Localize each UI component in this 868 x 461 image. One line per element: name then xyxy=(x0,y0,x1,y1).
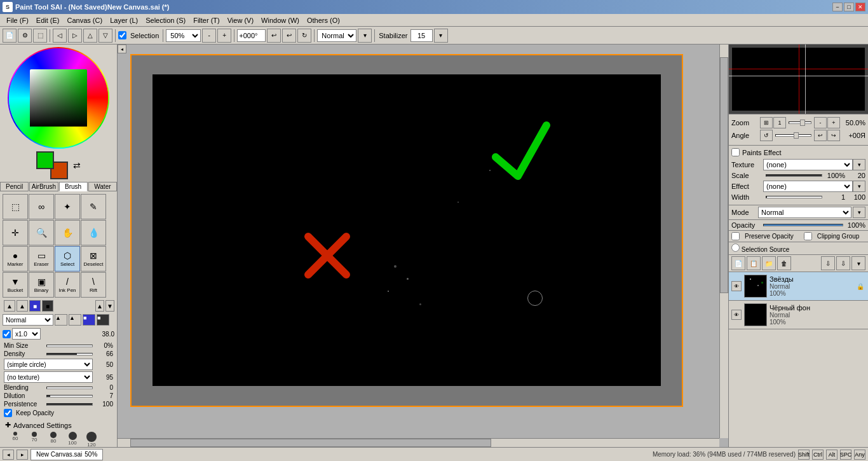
extra-tool-1[interactable]: ▲ xyxy=(4,300,15,312)
zoom-slider[interactable] xyxy=(789,121,811,124)
angle-reset-btn[interactable]: ↺ xyxy=(760,130,773,141)
toolbar-nav-2[interactable]: ▷ xyxy=(68,29,82,43)
tool-move[interactable]: ✛ xyxy=(3,220,28,245)
stabilizer-input[interactable] xyxy=(410,29,433,42)
layer-eye-zvezdy[interactable]: 👁 xyxy=(731,281,742,291)
toolbar-btn-2[interactable]: ⚙ xyxy=(18,29,32,43)
tab-airbrush[interactable]: AirBrush xyxy=(29,182,58,191)
close-button[interactable]: ✕ xyxy=(855,3,865,11)
zoom-fit-btn[interactable]: ⊞ xyxy=(760,117,773,128)
layer-folder-btn[interactable]: 📁 xyxy=(762,256,776,270)
tool-marquee[interactable]: ⬚ xyxy=(3,194,28,219)
mode-arrow[interactable]: ▾ xyxy=(358,29,372,43)
circle-select[interactable]: (simple circle) xyxy=(4,359,93,370)
tab-pencil[interactable]: Pencil xyxy=(0,182,29,191)
mode-select[interactable]: Normal xyxy=(317,29,356,42)
selection-source-radio[interactable] xyxy=(731,244,740,252)
layer-eye-black-bg[interactable]: 👁 xyxy=(731,310,742,320)
menu-selection[interactable]: Selection (S) xyxy=(142,15,189,25)
color-wheel-container[interactable] xyxy=(8,47,109,149)
layer-copy-btn[interactable]: 📋 xyxy=(747,256,761,270)
rot-btn-2[interactable]: ↩ xyxy=(282,29,296,43)
extra-scroll-up[interactable]: ▲ xyxy=(95,300,104,312)
canvas-inner[interactable] xyxy=(153,74,661,386)
tool-eyedropper[interactable]: 💧 xyxy=(81,220,106,245)
zoom-minus-btn[interactable]: - xyxy=(814,117,827,128)
preserve-opacity-checkbox[interactable] xyxy=(731,232,740,240)
tab-brush[interactable]: Brush xyxy=(59,182,88,191)
angle-ccw-btn[interactable]: ↩ xyxy=(814,130,827,141)
size-multiplier[interactable]: x1.0 xyxy=(12,328,41,340)
pe-texture-dropdown[interactable]: ▾ xyxy=(853,159,865,170)
toolbar-btn-1[interactable]: 📄 xyxy=(3,29,17,43)
layer-item-zvezdy[interactable]: 👁 Звёзды Normal 100% 🔒 xyxy=(729,272,868,301)
extra-scroll-dn[interactable]: ▼ xyxy=(105,300,114,312)
tool-lasso[interactable]: ∞ xyxy=(29,194,54,219)
zoom-plus-btn[interactable]: + xyxy=(827,117,840,128)
zoom-plus[interactable]: + xyxy=(217,29,231,43)
angle-slider[interactable] xyxy=(775,134,811,137)
tool-eraser[interactable]: ▭ Eraser xyxy=(29,246,54,272)
blending-slider[interactable] xyxy=(46,387,93,389)
shape-btn-triangle[interactable]: ▲ xyxy=(69,314,81,326)
tool-marker[interactable]: ● Marker xyxy=(3,246,28,272)
tool-bucket[interactable]: ▼ Bucket xyxy=(3,272,28,298)
brush-mode-select[interactable]: Normal xyxy=(3,314,53,326)
size-checkbox[interactable] xyxy=(3,330,11,338)
canvas-frame[interactable] xyxy=(130,54,683,407)
rotation-input[interactable] xyxy=(237,29,266,42)
keep-opacity-checkbox[interactable] xyxy=(4,409,12,417)
status-btn-left[interactable]: ◂ xyxy=(3,450,14,460)
circle-120[interactable]: 120 xyxy=(83,432,100,447)
pe-width-slider[interactable] xyxy=(766,196,822,198)
layer-delete-btn[interactable]: 🗑 xyxy=(777,256,791,270)
tool-deselect[interactable]: ⊠ Deselect xyxy=(81,246,106,272)
menu-others[interactable]: Others (O) xyxy=(303,15,344,25)
rot-btn-3[interactable]: ↻ xyxy=(297,29,311,43)
menu-view[interactable]: View (V) xyxy=(224,15,257,25)
canvas-tab-1[interactable]: New Canvas.sai 50% xyxy=(31,449,103,460)
opacity-slider[interactable] xyxy=(763,224,843,226)
pe-effect-select[interactable]: (none) xyxy=(763,181,853,192)
circle-100[interactable]: 100 xyxy=(64,432,81,447)
color-square[interactable] xyxy=(30,69,87,127)
dilution-slider[interactable] xyxy=(46,395,93,397)
fg-color[interactable] xyxy=(36,151,54,169)
shortcut-spc[interactable]: SPC xyxy=(840,450,851,460)
pe-scale-slider[interactable] xyxy=(766,174,822,177)
extra-tool-4[interactable]: ■ xyxy=(42,300,53,312)
h-scrollbar[interactable] xyxy=(118,438,719,447)
layer-mode-dropdown[interactable]: ▾ xyxy=(853,207,865,218)
minimize-button[interactable]: − xyxy=(832,3,843,11)
restore-button[interactable]: □ xyxy=(844,3,854,11)
density-slider[interactable] xyxy=(46,353,93,355)
tool-select-pen[interactable]: ✎ xyxy=(81,194,106,219)
extra-tool-3[interactable]: ■ xyxy=(29,300,41,312)
layer-down-btn[interactable]: ▾ xyxy=(851,256,865,270)
toolbar-nav-1[interactable]: ◁ xyxy=(53,29,67,43)
selection-checkbox[interactable] xyxy=(118,31,126,39)
circle-70[interactable]: 70 xyxy=(25,432,43,447)
status-btn-right[interactable]: ▸ xyxy=(17,450,28,460)
zoom-1-btn[interactable]: 1 xyxy=(773,117,786,128)
shape-btn-triangle-up[interactable]: ▲ xyxy=(55,314,67,326)
texture-select[interactable]: (no texture) xyxy=(4,371,93,383)
layer-item-black-bg[interactable]: 👁 Чёрный фон Normal 100% xyxy=(729,301,868,329)
pe-effect-dropdown[interactable]: ▾ xyxy=(853,181,865,192)
tool-binary[interactable]: ▣ Binary xyxy=(29,272,54,298)
clipping-group-checkbox[interactable] xyxy=(804,232,812,240)
color-swap-btn[interactable]: ⇄ xyxy=(73,160,81,170)
min-size-slider[interactable] xyxy=(46,345,93,347)
layer-mode-select[interactable]: Normal xyxy=(758,207,851,218)
toolbar-btn-3[interactable]: ⬚ xyxy=(33,29,47,43)
angle-cw-btn[interactable]: ↪ xyxy=(827,130,840,141)
pe-texture-select[interactable]: (none) xyxy=(763,159,853,170)
rot-btn-1[interactable]: ↩ xyxy=(267,29,281,43)
layer-merge-all-btn[interactable]: ⇩ xyxy=(836,256,850,270)
scroll-tl[interactable]: ◂ xyxy=(118,45,126,53)
tool-rift[interactable]: \ Rift xyxy=(81,272,106,298)
tool-zoom[interactable]: 🔍 xyxy=(29,220,54,245)
menu-edit[interactable]: Edit (E) xyxy=(32,15,64,25)
tool-hand[interactable]: ✋ xyxy=(55,220,80,245)
v-scrollbar[interactable] xyxy=(719,45,728,438)
